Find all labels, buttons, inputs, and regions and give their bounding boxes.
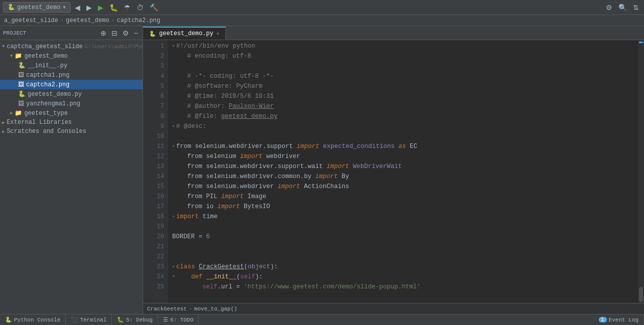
sidebar-item-geetest-type[interactable]: ▶ 📁 geetest_type — [0, 108, 143, 118]
bottom-tab-debug[interactable]: 🐛 5: Debug — [112, 314, 158, 326]
code-line-23: ▸ class CrackGeetest(object): — [168, 262, 638, 272]
as-kw: as — [399, 141, 410, 151]
tab-geetest-demo[interactable]: 🐍 geetest_demo.py ✕ — [143, 27, 226, 40]
minimize-icon[interactable]: − — [133, 29, 140, 38]
line-num: 5 — [143, 81, 164, 91]
folder-label: External Libraries — [7, 119, 72, 126]
line-num: 11 — [143, 141, 164, 151]
profile-button[interactable]: ⏱ — [135, 3, 146, 13]
bottom-tab-python-console[interactable]: 🐍 Python Console — [0, 314, 66, 326]
code-line-1: ▸ #!/usr/bin/env python — [168, 41, 638, 51]
fold-icon[interactable]: ▸ — [172, 141, 175, 151]
from-kw: from — [172, 172, 206, 182]
from-kw: from — [172, 192, 206, 202]
module-name: selenium.webdriver.common.by — [206, 172, 316, 182]
sidebar-item-captcha2[interactable]: 🖼 captcha2.png — [0, 80, 143, 89]
settings-sidebar-icon[interactable]: ⚙ — [121, 29, 131, 38]
settings-button[interactable]: ⚙ — [604, 3, 614, 13]
breadcrumb-class: CrackGeetest — [147, 306, 187, 312]
sidebar-content: ▼ captcha_geetest_slide C:\Users\admin\P… — [0, 40, 143, 314]
import-kw: import — [240, 151, 267, 161]
def-kw: def — [191, 272, 206, 282]
root-label: captcha_geetest_slide — [7, 43, 82, 50]
project-name: geetest_demo — [17, 4, 60, 11]
module-name: selenium.webdriver.support — [195, 141, 297, 151]
self-ref: self — [202, 282, 217, 292]
sidebar-item-init[interactable]: 🐍 __init__.py — [0, 61, 143, 70]
breadcrumb-root[interactable]: a_geetest_slide — [4, 17, 58, 24]
file-label: captcha2.png — [26, 81, 69, 88]
sidebar-item-captcha1[interactable]: 🖼 captcha1.png — [0, 70, 143, 80]
folder-label: geetest_demo — [24, 53, 67, 60]
debug-button[interactable]: 🐛 — [107, 3, 120, 13]
comment-text: # -*- coding: utf-8 -*- — [172, 71, 274, 81]
code-content[interactable]: ▸ #!/usr/bin/env python # encoding: utf-… — [168, 40, 638, 303]
scroll-thumb[interactable] — [639, 287, 643, 302]
code-breadcrumb: CrackGeetest › move_to_gap() — [143, 303, 644, 314]
search-button[interactable]: 🔍 — [616, 3, 629, 13]
sidebar-item-external-libs[interactable]: ▶ External Libraries — [0, 118, 143, 127]
fold-icon[interactable]: ▸ — [172, 262, 175, 272]
arrow-icon: ▼ — [2, 44, 5, 49]
from-kw: from — [172, 151, 206, 161]
back-button[interactable]: ◀ — [73, 3, 82, 13]
module-name: selenium — [206, 151, 240, 161]
python-file-icon: 🐍 — [18, 90, 26, 98]
run-button[interactable]: ▶ — [96, 3, 105, 13]
breadcrumb-folder[interactable]: geetest_demo — [66, 17, 109, 24]
line-num: 15 — [143, 182, 164, 192]
scroll-minimap[interactable] — [638, 40, 644, 303]
forward-button[interactable]: ▶ — [84, 3, 94, 13]
class-name: CrackGeetest — [199, 262, 244, 272]
bottom-tab-terminal[interactable]: ⬛ Terminal — [66, 314, 112, 326]
line-num: 4 — [143, 71, 164, 81]
terminal-icon: ⬛ — [71, 316, 78, 323]
module-name: io — [206, 202, 218, 212]
fold-icon[interactable]: ▸ — [172, 41, 175, 51]
code-line-9: ▸ # @desc: — [168, 121, 638, 131]
sidebar-item-geetest-demo[interactable]: ▼ 📁 geetest_demo — [0, 51, 143, 61]
code-line-12: from selenium import webdriver — [168, 151, 638, 161]
breadcrumb-method: move_to_gap() — [194, 306, 237, 312]
sidebar-item-geetest-demo-py[interactable]: 🐍 geetest_demo.py — [0, 89, 143, 99]
folder-icon: 📁 — [15, 52, 22, 60]
bottom-tab-todo[interactable]: ☰ 6: TODO — [158, 314, 199, 326]
operator: = — [199, 232, 206, 242]
tab-label: Terminal — [80, 317, 106, 323]
python-file-icon: 🐍 — [18, 62, 26, 69]
sidebar-item-root[interactable]: ▼ captcha_geetest_slide C:\Users\admin\P… — [0, 42, 143, 51]
code-line-5: # @software: PyCharm — [168, 81, 638, 91]
breadcrumb-file[interactable]: captcha2.png — [117, 17, 160, 24]
project-icon: 🐍 — [8, 4, 15, 11]
fold-icon[interactable]: ▸ — [172, 121, 175, 131]
import-kw: import — [327, 161, 353, 172]
import-kw: import — [297, 141, 323, 151]
code-line-25: self.url = 'https://www.geetest.com/demo… — [168, 282, 638, 292]
event-log-tab[interactable]: 1 Event Log — [594, 314, 644, 326]
collapse-icon[interactable]: ⊟ — [110, 29, 119, 38]
coverage-button[interactable]: ☂ — [122, 3, 133, 13]
const-name: BORDER — [172, 232, 199, 242]
add-icon[interactable]: ⊕ — [99, 29, 108, 38]
file-label: __init__.py — [28, 62, 67, 69]
project-dropdown[interactable]: 🐍 geetest_demo ▾ — [3, 2, 71, 13]
dot: .url = — [217, 282, 244, 292]
sidebar-item-scratches[interactable]: ▶ Scratches and Consoles — [0, 127, 143, 136]
vcs-button[interactable]: ⇅ — [631, 3, 641, 13]
import-kw: import — [221, 192, 248, 202]
code-line-24: ▾ def __init__(self): — [168, 272, 638, 282]
build-button[interactable]: 🔨 — [148, 3, 160, 13]
fold-icon[interactable]: ▾ — [172, 272, 175, 282]
paren: ( — [236, 272, 240, 282]
sidebar-item-yanzhengma[interactable]: 🖼 yanzhengma1.png — [0, 99, 143, 108]
image-file-icon: 🖼 — [18, 100, 24, 107]
code-line-19 — [168, 222, 638, 232]
module-name: selenium.webdriver — [206, 182, 278, 192]
tab-close-button[interactable]: ✕ — [216, 31, 219, 37]
class-kw: class — [176, 262, 199, 272]
breadcrumb-sep-2: › — [111, 17, 115, 24]
comment-text: # encoding: utf-8 — [172, 51, 251, 61]
line-num: 23 — [143, 262, 164, 272]
fold-icon[interactable]: ▸ — [172, 212, 175, 222]
line-num: 19 — [143, 222, 164, 232]
